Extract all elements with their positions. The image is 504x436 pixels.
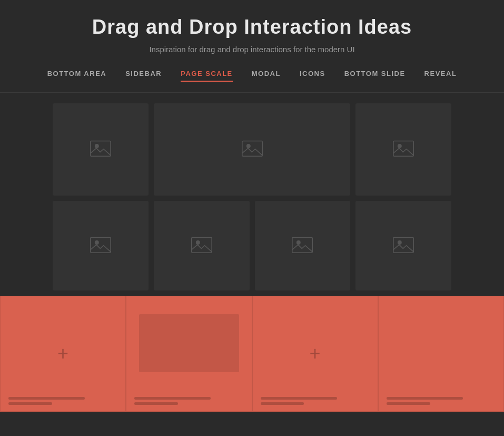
image-placeholder-6 [292,237,313,255]
svg-rect-4 [393,141,413,157]
drag-card-lines-3 [261,397,370,405]
svg-rect-12 [393,237,413,253]
drag-card-2[interactable] [126,296,252,412]
add-icon-1: + [57,344,68,363]
image-placeholder-7 [393,237,414,255]
nav-icons[interactable]: ICONS [300,70,325,82]
line-4b [387,402,430,405]
drag-card-1[interactable]: + [0,296,126,412]
grid-card-4[interactable] [53,201,149,290]
drag-card-image-2 [139,314,239,372]
nav-modal[interactable]: MODAL [252,70,281,82]
drag-card-lines-4 [387,397,496,405]
svg-rect-0 [91,141,111,157]
drag-card-lines-1 [8,397,117,405]
svg-rect-6 [91,237,111,253]
grid-card-1[interactable] [53,103,149,196]
page-header: Drag and Drop Interaction Ideas Inspirat… [0,0,504,64]
grid-card-6[interactable] [255,201,351,290]
line-1a [8,397,85,400]
main-grid [0,103,504,290]
drag-card-4[interactable]: + [378,296,504,412]
line-3a [261,397,337,400]
svg-point-11 [297,240,301,245]
svg-rect-2 [242,141,262,157]
page-title: Drag and Drop Interaction Ideas [11,16,493,38]
svg-point-3 [246,144,250,148]
add-icon-3: + [310,344,321,363]
svg-point-9 [195,240,200,245]
image-placeholder-2 [242,140,263,159]
image-placeholder-3 [393,140,414,159]
svg-point-13 [398,240,402,245]
line-2b [134,402,178,405]
grid-card-5[interactable] [154,201,250,290]
line-4a [387,397,463,400]
page-subtitle: Inspiration for drag and drop interactio… [11,45,493,54]
grid-card-2[interactable] [154,103,351,196]
nav-page-scale[interactable]: PAGE SCALE [181,70,233,82]
line-3b [261,402,304,405]
nav-reveal[interactable]: REVEAL [424,70,457,82]
line-2a [134,397,211,400]
drag-grid: + + + [0,296,504,412]
grid-card-7[interactable] [355,201,451,290]
grid-card-3[interactable] [355,103,451,196]
nav-bottom-slide[interactable]: BOTTOM SLIDE [344,70,406,82]
line-1b [8,402,52,405]
drag-drop-area: + + + [0,296,504,412]
nav-sidebar[interactable]: SIDEBAR [125,70,162,82]
svg-rect-10 [292,237,312,253]
main-nav: BOTTOM AREA SIDEBAR PAGE SCALE MODAL ICO… [0,64,504,93]
svg-point-5 [398,144,402,148]
image-placeholder-5 [191,237,212,255]
drag-card-lines-2 [134,397,243,405]
nav-bottom-area[interactable]: BOTTOM AREA [47,70,107,82]
svg-rect-8 [191,237,211,253]
image-placeholder-4 [90,237,111,255]
svg-point-7 [95,240,99,245]
image-placeholder-1 [90,140,111,159]
svg-point-1 [95,144,99,148]
drag-card-3[interactable]: + [252,296,378,412]
